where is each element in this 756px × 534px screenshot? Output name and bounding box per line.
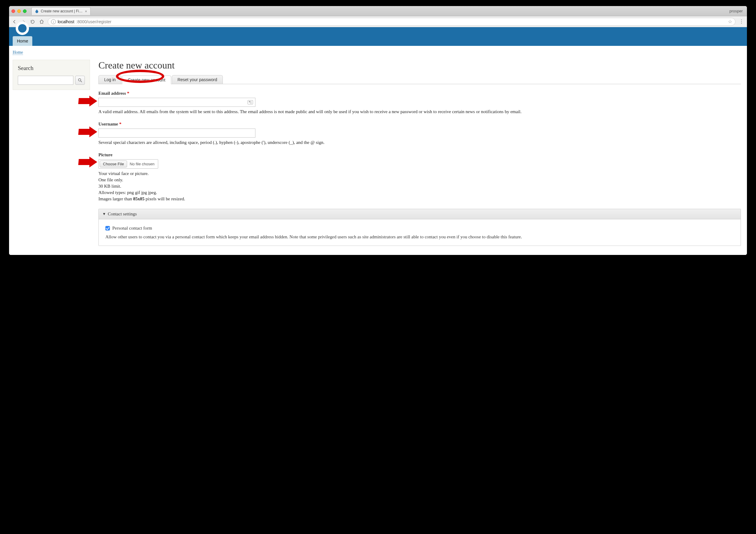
search-button[interactable]	[75, 76, 85, 85]
tab-reset-password[interactable]: Reset your password	[172, 75, 223, 84]
contact-settings-label: Contact settings	[108, 212, 137, 216]
breadcrumb-home[interactable]: Home	[13, 50, 23, 55]
contact-card-icon	[248, 100, 253, 104]
local-tasks-tabs: Log in Create new account Reset your pas…	[98, 75, 741, 84]
breadcrumb: Home	[9, 46, 747, 57]
field-picture: Picture Choose File No file chosen Your …	[98, 152, 741, 202]
browser-menu-icon[interactable]: ⋮	[739, 19, 744, 24]
field-username: Username * Several special characters ar…	[98, 122, 741, 146]
tab-title: Create new account | First Dru	[41, 9, 83, 13]
maximize-window-icon[interactable]	[23, 9, 27, 13]
drupal-favicon-icon	[35, 9, 39, 13]
sidebar: Search	[13, 60, 90, 90]
contact-settings-details: ▼ Contact settings Personal contact form…	[98, 209, 741, 246]
username-label: Username *	[98, 122, 122, 126]
profile-name[interactable]: prosper	[729, 9, 744, 13]
file-input[interactable]: Choose File No file chosen	[98, 159, 158, 169]
site-info-icon[interactable]: i	[51, 19, 56, 24]
site-logo-icon[interactable]	[16, 22, 29, 35]
nav-home[interactable]: Home	[13, 36, 32, 46]
reload-icon[interactable]	[30, 19, 35, 24]
url-host: localhost	[58, 19, 74, 24]
url-bar[interactable]: i localhost:8000/user/register ☆	[48, 18, 736, 26]
username-input[interactable]	[98, 129, 256, 138]
email-help: A valid email address. All emails from t…	[98, 109, 741, 115]
personal-contact-checkbox[interactable]	[105, 226, 110, 231]
home-icon[interactable]	[39, 19, 44, 24]
close-window-icon[interactable]	[12, 9, 15, 13]
tab-create-account[interactable]: Create new account	[122, 75, 171, 84]
window-controls	[12, 9, 27, 13]
personal-contact-label: Personal contact form	[112, 225, 152, 232]
disclosure-triangle-icon: ▼	[102, 212, 106, 216]
site-banner: Home	[9, 27, 747, 46]
file-status: No file chosen	[129, 162, 157, 166]
search-input[interactable]	[18, 76, 73, 85]
browser-toolbar: i localhost:8000/user/register ☆ ⋮	[9, 16, 747, 27]
picture-help: Your virtual face or picture. One file o…	[98, 170, 741, 202]
tab-login[interactable]: Log in	[98, 75, 122, 84]
field-email: Email address * A valid email address. A…	[98, 91, 741, 115]
page-title: Create new account	[98, 60, 741, 71]
browser-tabstrip: Create new account | First Dru × prosper	[9, 6, 747, 16]
browser-tab[interactable]: Create new account | First Dru ×	[31, 7, 91, 15]
url-path: :8000/user/register	[76, 19, 111, 24]
search-icon	[78, 78, 82, 83]
search-block-title: Search	[18, 65, 85, 71]
minimize-window-icon[interactable]	[17, 9, 21, 13]
tab-close-icon[interactable]: ×	[85, 9, 87, 13]
back-icon[interactable]	[12, 19, 17, 24]
email-label: Email address *	[98, 91, 129, 96]
personal-contact-help: Allow other users to contact you via a p…	[105, 234, 734, 241]
svg-point-0	[78, 79, 81, 81]
email-input[interactable]	[98, 98, 256, 107]
contact-settings-summary[interactable]: ▼ Contact settings	[99, 209, 741, 219]
picture-label: Picture	[98, 152, 112, 157]
username-help: Several special characters are allowed, …	[98, 140, 741, 146]
choose-file-button[interactable]: Choose File	[100, 161, 127, 167]
bookmark-star-icon[interactable]: ☆	[728, 19, 732, 24]
